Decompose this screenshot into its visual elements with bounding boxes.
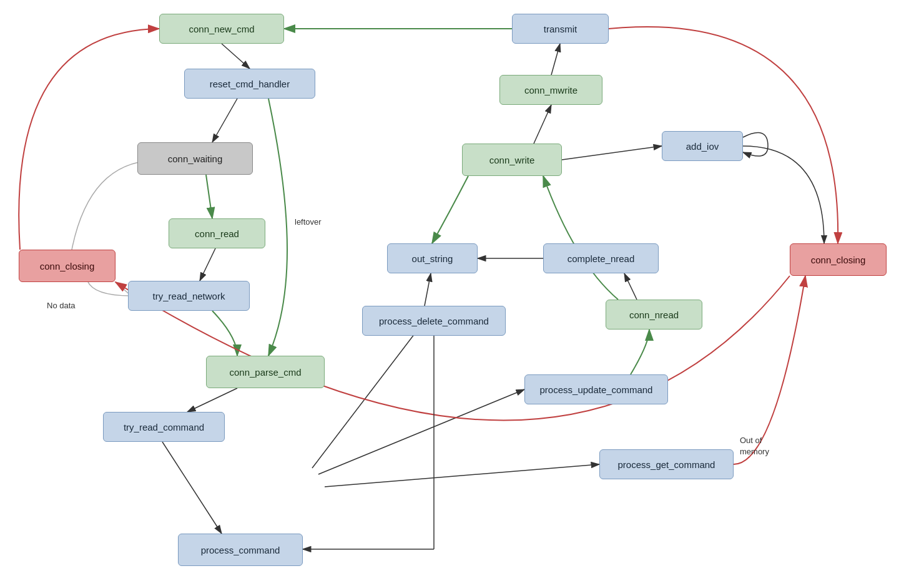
complete-nread-node: complete_nread (543, 243, 659, 273)
process-get-command-node: process_get_command (599, 449, 734, 479)
process-update-command-label: process_update_command (540, 384, 653, 395)
conn-mwrite-label: conn_mwrite (524, 85, 578, 95)
conn-closing-left-label: conn_closing (40, 261, 95, 271)
conn-write-label: conn_write (489, 155, 535, 165)
svg-line-19 (318, 389, 524, 474)
add-iov-label: add_iov (686, 141, 719, 152)
process-command-node: process_command (178, 534, 303, 566)
try-read-network-node: try_read_network (128, 281, 250, 311)
svg-line-12 (551, 44, 560, 75)
conn-new-cmd-label: conn_new_cmd (189, 24, 254, 34)
svg-line-8 (187, 388, 237, 412)
svg-line-7 (200, 248, 215, 281)
conn-closing-right-node: conn_closing (790, 243, 887, 276)
svg-line-13 (534, 105, 551, 144)
conn-closing-right-label: conn_closing (811, 255, 866, 265)
svg-line-9 (162, 442, 222, 534)
svg-line-5 (212, 99, 237, 142)
conn-mwrite-node: conn_mwrite (499, 75, 602, 105)
complete-nread-label: complete_nread (568, 253, 635, 264)
svg-line-17 (425, 273, 431, 306)
svg-line-6 (206, 175, 212, 218)
conn-waiting-label: conn_waiting (168, 154, 223, 164)
svg-line-14 (562, 146, 662, 160)
process-command-label: process_command (201, 545, 280, 555)
svg-line-16 (624, 273, 637, 300)
reset-cmd-handler-label: reset_cmd_handler (210, 79, 290, 89)
conn-read-node: conn_read (169, 218, 265, 248)
conn-parse-cmd-label: conn_parse_cmd (229, 367, 301, 378)
try-read-command-node: try_read_command (103, 412, 225, 442)
conn-write-node: conn_write (462, 144, 562, 176)
svg-line-18 (312, 321, 425, 468)
add-iov-node: add_iov (662, 131, 743, 161)
try-read-network-label: try_read_network (153, 291, 225, 301)
conn-waiting-node: conn_waiting (137, 142, 253, 175)
leftover-label: leftover (295, 217, 322, 227)
reset-cmd-handler-node: reset_cmd_handler (184, 69, 315, 99)
svg-line-20 (325, 464, 599, 487)
process-delete-command-label: process_delete_command (379, 316, 489, 326)
out-string-node: out_string (387, 243, 478, 273)
try-read-command-label: try_read_command (124, 422, 204, 432)
process-update-command-node: process_update_command (524, 374, 668, 404)
out-of-memory-label2: memory (740, 447, 769, 456)
conn-new-cmd-node: conn_new_cmd (159, 14, 284, 44)
conn-nread-node: conn_nread (606, 300, 702, 330)
out-string-label: out_string (412, 253, 453, 264)
transmit-label: transmit (544, 24, 577, 34)
process-delete-command-node: process_delete_command (362, 306, 506, 336)
conn-closing-left-node: conn_closing (19, 250, 115, 282)
conn-read-label: conn_read (195, 228, 239, 239)
transmit-node: transmit (512, 14, 609, 44)
out-of-memory-label1: Out of (740, 436, 762, 445)
svg-line-4 (222, 44, 250, 69)
conn-nread-label: conn_nread (629, 310, 679, 320)
no-data-label: No data (47, 301, 76, 310)
process-get-command-label: process_get_command (618, 459, 715, 470)
conn-parse-cmd-node: conn_parse_cmd (206, 356, 325, 388)
